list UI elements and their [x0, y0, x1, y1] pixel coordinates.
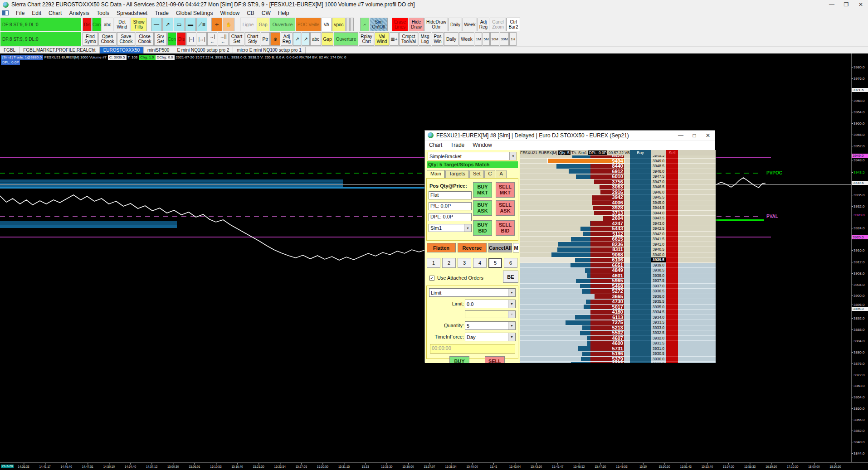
grid-add-icon[interactable]: ▦+: [390, 32, 399, 46]
gap-button[interactable]: Gap: [257, 18, 269, 31]
sell-bid-button[interactable]: SELL BID: [496, 220, 515, 236]
maximize-button[interactable]: ❐: [839, 1, 853, 8]
account-select[interactable]: Sim1▼: [429, 224, 472, 232]
text-tool-button[interactable]: abc: [310, 32, 321, 46]
dom-buy-cell[interactable]: [630, 357, 651, 362]
dom-buy-cell[interactable]: [630, 299, 651, 305]
tif-select[interactable]: Day▼: [465, 333, 516, 341]
dom-buy-cell[interactable]: [630, 268, 651, 273]
dom-buy-cell[interactable]: [630, 257, 651, 263]
connect-button[interactable]: Con: [92, 18, 101, 31]
dom-buy-cell[interactable]: [630, 305, 651, 310]
dom-buy-cell[interactable]: [630, 179, 651, 185]
save-chartbook-button[interactable]: Save Cbook: [117, 32, 135, 46]
dom-sell-cell[interactable]: [666, 284, 678, 289]
open-chartbook-button[interactable]: Open Cbook: [98, 32, 117, 46]
trade-tab-a[interactable]: A: [496, 170, 506, 178]
minimize-button[interactable]: —: [824, 1, 839, 8]
dom-buy-cell[interactable]: [630, 211, 651, 216]
hide-draw-other-button[interactable]: HideDraw Othr: [424, 18, 448, 31]
buy-market-button[interactable]: BUY MKT: [473, 182, 492, 198]
bar-spacing-increase-icon[interactable]: |↔|: [197, 32, 207, 46]
menu-edit[interactable]: Edit: [28, 10, 45, 17]
menu-analysis[interactable]: Analysis: [65, 10, 93, 17]
buy-column-header[interactable]: Buy: [630, 150, 651, 155]
position-window-button[interactable]: Pos Win: [432, 32, 444, 46]
dom-sell-cell[interactable]: [666, 174, 678, 179]
dom-buy-cell[interactable]: [630, 336, 651, 341]
qty-preset-1[interactable]: 1: [427, 258, 440, 268]
week-button[interactable]: Week: [459, 32, 474, 46]
dom-sell-cell[interactable]: [666, 252, 678, 258]
hide-draw-button[interactable]: Hide Draw: [409, 18, 424, 31]
dom-buy-cell[interactable]: [630, 237, 651, 242]
dom-buy-cell[interactable]: [630, 247, 651, 252]
flatten-button[interactable]: Flatten: [427, 243, 456, 252]
dom-buy-cell[interactable]: [630, 232, 651, 237]
dom-buy-cell[interactable]: [630, 226, 651, 232]
dom-sell-cell[interactable]: [666, 200, 678, 206]
dom-buy-cell[interactable]: [630, 190, 651, 195]
dom-buy-cell[interactable]: [630, 330, 651, 336]
timeframe-5m-button[interactable]: 5M: [483, 32, 490, 46]
menu-cw[interactable]: CW: [258, 10, 274, 17]
qty-preset-2[interactable]: 2: [442, 258, 456, 268]
dom-sell-cell[interactable]: [666, 169, 678, 174]
dom-sell-cell[interactable]: [666, 237, 678, 242]
dialog-minimize-button[interactable]: —: [674, 132, 688, 139]
secondary-price-input[interactable]: ▼: [465, 310, 516, 318]
dom-sell-cell[interactable]: [666, 336, 678, 341]
dom-sell-cell[interactable]: [666, 362, 678, 363]
close-chartbook-button[interactable]: Close Cbook: [136, 32, 154, 46]
dom-buy-cell[interactable]: [630, 200, 651, 206]
menu-help[interactable]: Help: [274, 10, 293, 17]
dom-sell-cell[interactable]: [666, 257, 678, 263]
dom-buy-cell[interactable]: [630, 174, 651, 179]
bracket-strategy-select[interactable]: SimpleBracket▼: [428, 152, 517, 160]
dom-sell-cell[interactable]: [666, 247, 678, 252]
dom-buy-cell[interactable]: [630, 205, 651, 211]
daily-button[interactable]: Daily: [444, 32, 458, 46]
line-tool-icon[interactable]: —: [151, 18, 162, 31]
dom-buy-cell[interactable]: [630, 278, 651, 284]
crosshair-pointer-icon[interactable]: ⊕: [270, 32, 280, 46]
menu-cb[interactable]: CB: [243, 10, 258, 17]
trade-tab-main[interactable]: Main: [427, 170, 445, 178]
dom-sell-cell[interactable]: [666, 325, 678, 331]
pl-field[interactable]: P/L: 0.0P: [429, 202, 472, 210]
dom-sell-cell[interactable]: [666, 205, 678, 211]
menu-tools[interactable]: Tools: [93, 10, 113, 17]
qty-preset-6[interactable]: 6: [504, 258, 517, 268]
timeframe-30m-button[interactable]: 30M: [500, 32, 509, 46]
sell-market-button[interactable]: SELL MKT: [496, 182, 515, 198]
dom-buy-cell[interactable]: [630, 289, 651, 294]
chartbook-tab-fgbl-market-profile-realcht[interactable]: FGBL.MARKET.PROFILE.REALCht: [20, 47, 100, 53]
replay-icon[interactable]: 🗲: [360, 18, 369, 31]
buy-bid-button[interactable]: BUY BID: [473, 220, 492, 236]
dom-sell-cell[interactable]: [666, 299, 678, 305]
disconnect-button[interactable]: Dis: [83, 18, 92, 31]
sell-order-button[interactable]: SELL: [485, 356, 505, 363]
trade-tab-targets[interactable]: Targets: [445, 170, 469, 178]
dialog-menu-trade[interactable]: Trade: [446, 142, 468, 148]
menu-window[interactable]: Window: [216, 10, 243, 17]
qty-preset-3[interactable]: 3: [458, 258, 471, 268]
week-button[interactable]: Week: [463, 18, 477, 31]
sim-on-off-button[interactable]: Sim On\Off: [370, 18, 388, 31]
dom-sell-cell[interactable]: [666, 294, 678, 300]
dom-buy-cell[interactable]: [630, 351, 651, 357]
chartbook-tab-fgbl[interactable]: FGBL: [0, 47, 20, 53]
crosshair-tool-icon[interactable]: ✛: [211, 18, 222, 31]
dom-buy-cell[interactable]: [630, 221, 651, 227]
chartbook-tab-e-mini-nq100-setup-pro-2[interactable]: E mini NQ100 setup pro 2: [173, 47, 233, 53]
close-button[interactable]: ✕: [853, 1, 868, 8]
dom-sell-cell[interactable]: [666, 226, 678, 232]
dom-buy-cell[interactable]: [630, 362, 651, 363]
timeframe-1h-button[interactable]: 1H: [509, 32, 517, 46]
dom-sell-cell[interactable]: [666, 159, 678, 164]
dom-sell-cell[interactable]: [666, 273, 678, 279]
compact-tool-values-button[interactable]: Cmpct ToolVal: [399, 32, 418, 46]
dom-sell-cell[interactable]: [666, 164, 678, 169]
dom-buy-cell[interactable]: [630, 216, 651, 221]
dom-buy-cell[interactable]: [630, 263, 651, 268]
